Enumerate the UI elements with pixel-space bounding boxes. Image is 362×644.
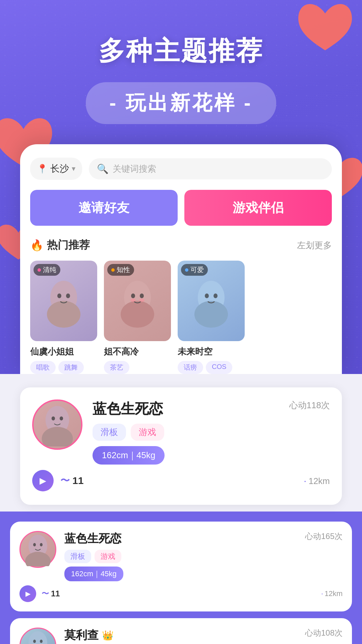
profile-tag-pill-dance: 跳舞 bbox=[58, 361, 84, 374]
distance: 12km bbox=[304, 475, 330, 486]
user-bottom: ▶ 〜 11 12km bbox=[32, 470, 330, 491]
svg-point-2 bbox=[57, 293, 61, 298]
hero-subtitle-text: - 玩出新花样 - bbox=[109, 92, 252, 114]
heart-count: 心动118次 bbox=[289, 399, 330, 411]
user-info: 蓝色生死恋 滑板 游戏 162cm｜45kg bbox=[93, 399, 165, 465]
profile-tag-2: 知性 bbox=[107, 264, 134, 276]
svg-point-21 bbox=[40, 543, 43, 546]
profile-card-2[interactable]: 知性 姐不高冷 茶艺 bbox=[104, 261, 171, 374]
phone-header: 📍 长沙 ▾ 🔍 关键词搜索 bbox=[30, 158, 332, 180]
svg-point-17 bbox=[60, 416, 63, 420]
mini-info-1: 蓝色生死恋 滑板 游戏 162cm｜45kg bbox=[64, 531, 343, 581]
tag-dot-3 bbox=[185, 268, 188, 272]
profile-cards-container: 清纯 仙虞小姐姐 唱歌 跳舞 bbox=[30, 261, 332, 374]
svg-point-22 bbox=[28, 631, 47, 644]
phone-mockup: 📍 长沙 ▾ 🔍 关键词搜索 邀请好友 游戏伴侣 🔥 热门推荐 左划更多 bbox=[20, 144, 342, 374]
mini-tag-skateboard: 滑板 bbox=[64, 550, 91, 563]
user-stats: 162cm｜45kg bbox=[93, 446, 165, 465]
mini-tags-1: 滑板 游戏 bbox=[64, 550, 343, 563]
mini-avatar-1 bbox=[19, 531, 56, 568]
play-icon: ▶ bbox=[40, 476, 46, 486]
svg-point-16 bbox=[52, 416, 55, 420]
search-bar[interactable]: 🔍 关键词搜索 bbox=[89, 158, 332, 179]
action-buttons: 邀请好友 游戏伴侣 bbox=[30, 190, 332, 226]
user-card-main[interactable]: 蓝色生死恋 滑板 游戏 162cm｜45kg 心动118次 ▶ 〜 11 12k… bbox=[20, 387, 342, 505]
svg-point-7 bbox=[140, 293, 144, 298]
svg-point-6 bbox=[131, 293, 135, 298]
mini-play-button-1[interactable]: ▶ bbox=[19, 585, 36, 602]
mini-wave-count-1: 〜 11 bbox=[42, 589, 60, 599]
background-section: 蓝色生死恋 滑板 游戏 162cm｜45kg 心动165次 ▶ 〜 11 12k… bbox=[0, 512, 362, 644]
profile-name-3: 未来时空 bbox=[178, 346, 245, 358]
tag-dot-2 bbox=[111, 268, 115, 272]
hot-label: 🔥 热门推荐 bbox=[30, 238, 90, 253]
hot-more-text[interactable]: 左划更多 bbox=[297, 239, 332, 251]
mini-card-3-name-row: 莫利查 👑 bbox=[64, 628, 114, 643]
fire-icon: 🔥 bbox=[30, 239, 44, 252]
profile-tags-1: 唱歌 跳舞 bbox=[30, 361, 97, 374]
location-arrow-icon: ▾ bbox=[72, 164, 75, 173]
tag-text-3: 可爱 bbox=[190, 265, 204, 274]
wave-icon: 〜 bbox=[60, 474, 70, 487]
mini-card-3-top: 莫利查 👑 bbox=[19, 628, 343, 644]
profile-tag-pill-singing: 唱歌 bbox=[30, 361, 56, 374]
user-card-top: 蓝色生死恋 滑板 游戏 162cm｜45kg 心动118次 bbox=[32, 399, 330, 465]
play-button[interactable]: ▶ bbox=[32, 470, 54, 491]
svg-point-25 bbox=[40, 640, 43, 643]
hero-main-title: 多种主题推荐 bbox=[0, 34, 362, 69]
profile-name-2: 姐不高冷 bbox=[104, 346, 171, 358]
user-avatar bbox=[32, 399, 82, 450]
svg-point-5 bbox=[121, 301, 154, 328]
profile-img-3: 可爱 bbox=[178, 261, 245, 341]
mini-name-3: 莫利查 bbox=[64, 628, 99, 643]
svg-point-15 bbox=[42, 427, 73, 447]
search-icon: 🔍 bbox=[97, 163, 109, 174]
mini-stats-1: 162cm｜45kg bbox=[64, 567, 123, 581]
location-pill[interactable]: 📍 长沙 ▾ bbox=[30, 158, 82, 180]
hero-section: 多种主题推荐 - 玩出新花样 - 📍 长沙 ▾ 🔍 关键词搜索 邀请好友 游戏伴… bbox=[0, 0, 362, 374]
main-card-section: 蓝色生死恋 滑板 游戏 162cm｜45kg 心动118次 ▶ 〜 11 12k… bbox=[0, 374, 362, 512]
crown-icon: 👑 bbox=[102, 630, 114, 641]
profile-tags-3: 话痨 COS bbox=[178, 361, 245, 374]
mini-heart-count-3: 心动108次 bbox=[305, 628, 343, 638]
user-tag-game: 游戏 bbox=[131, 424, 164, 441]
wave-count: 〜 11 bbox=[60, 474, 83, 487]
profile-img-1: 清纯 bbox=[30, 261, 97, 341]
hot-section-header: 🔥 热门推荐 左划更多 bbox=[30, 238, 332, 253]
profile-img-2: 知性 bbox=[104, 261, 171, 341]
profile-tag-1: 清纯 bbox=[34, 264, 60, 276]
hero-subtitle-pill: - 玩出新花样 - bbox=[86, 82, 276, 124]
svg-point-1 bbox=[47, 301, 80, 328]
mini-wave-icon-1: 〜 bbox=[42, 589, 49, 599]
user-tags: 滑板 游戏 bbox=[93, 424, 165, 441]
user-card-left: 蓝色生死恋 滑板 游戏 162cm｜45kg bbox=[32, 399, 165, 465]
game-partner-button[interactable]: 游戏伴侣 bbox=[184, 190, 332, 226]
mini-avatar-3 bbox=[19, 628, 56, 644]
profile-tag-3: 可爱 bbox=[181, 264, 208, 276]
profile-name-1: 仙虞小姐姐 bbox=[30, 346, 97, 358]
mini-bottom-1: ▶ 〜 11 12km bbox=[19, 585, 343, 602]
svg-point-12 bbox=[205, 293, 209, 298]
user-tag-skateboard: 滑板 bbox=[93, 424, 126, 441]
hero-subtitle-wrapper: - 玩出新花样 - bbox=[0, 82, 362, 124]
mini-card-3[interactable]: 莫利查 👑 心动108次 bbox=[10, 618, 352, 644]
invite-friends-button[interactable]: 邀请好友 bbox=[30, 190, 178, 226]
mini-wave-number-1: 11 bbox=[51, 589, 60, 598]
profile-tag-pill-tea: 茶艺 bbox=[104, 361, 129, 374]
user-name: 蓝色生死恋 bbox=[93, 399, 165, 418]
tag-dot-1 bbox=[38, 268, 41, 272]
svg-point-8 bbox=[130, 299, 136, 302]
mini-card-top-1: 蓝色生死恋 滑板 游戏 162cm｜45kg bbox=[19, 531, 343, 581]
wave-number: 11 bbox=[72, 475, 83, 486]
svg-point-11 bbox=[194, 301, 228, 328]
mini-card-1[interactable]: 蓝色生死恋 滑板 游戏 162cm｜45kg 心动165次 ▶ 〜 11 12k… bbox=[10, 522, 352, 611]
profile-card-1[interactable]: 清纯 仙虞小姐姐 唱歌 跳舞 bbox=[30, 261, 97, 374]
svg-point-20 bbox=[33, 543, 36, 546]
mini-name-1: 蓝色生死恋 bbox=[64, 531, 343, 546]
mini-play-icon-1: ▶ bbox=[25, 590, 31, 598]
mini-heart-count-1: 心动165次 bbox=[305, 531, 343, 542]
profile-card-3[interactable]: 可爱 未来时空 话痨 COS bbox=[178, 261, 245, 374]
hero-title: 多种主题推荐 bbox=[0, 20, 362, 75]
location-icon: 📍 bbox=[37, 164, 48, 174]
svg-point-13 bbox=[214, 293, 218, 298]
